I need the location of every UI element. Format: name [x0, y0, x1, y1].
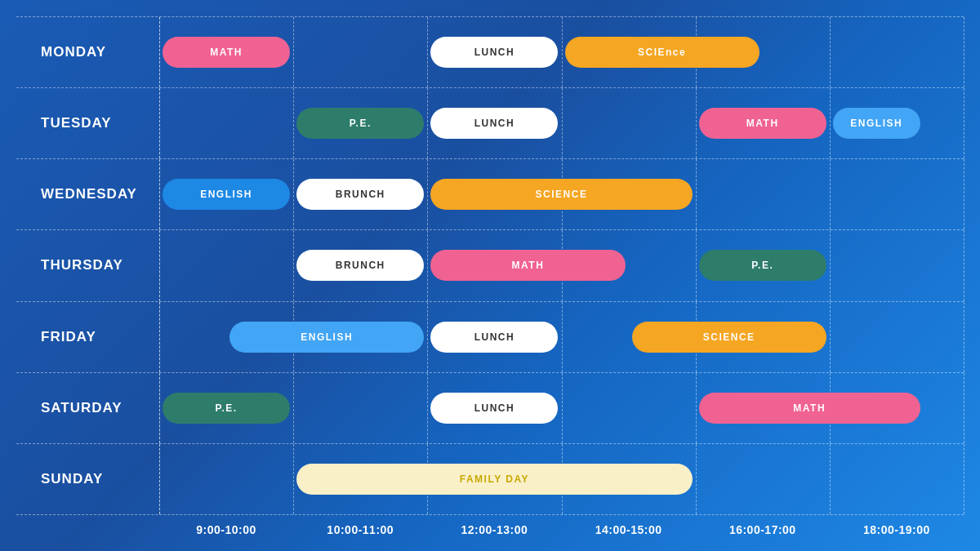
event-bar: BRUNCH — [296, 179, 424, 210]
event-bar: MATH — [163, 37, 290, 68]
time-label: 14:00-15:00 — [562, 523, 696, 536]
day-label: SATURDAY — [16, 400, 159, 416]
event-bar: ENGLISH — [229, 322, 424, 353]
event-bar: SCIENCE — [632, 322, 826, 353]
day-timeline: ENGLISHLUNCHSCIENCE — [159, 302, 964, 372]
day-label: SUNDAY — [16, 471, 159, 487]
day-label: FRIDAY — [16, 329, 159, 345]
day-row: SATURDAYP.E.LUNCHMATH — [16, 373, 964, 444]
event-bar: BRUNCH — [296, 250, 424, 281]
event-bar: MATH — [699, 108, 826, 139]
grid-area: MONDAYMATHLUNCHSCIEnceTUESDAYP.E.LUNCHMA… — [16, 16, 964, 515]
event-bar: ENGLISH — [163, 179, 290, 210]
day-row: WEDNESDAYENGLISHBRUNCHSCIENCE — [16, 159, 964, 230]
day-timeline: P.E.LUNCHMATH — [159, 373, 964, 443]
day-label: WEDNESDAY — [16, 186, 159, 202]
event-bar: MATH — [699, 393, 920, 424]
time-label: 16:00-17:00 — [696, 523, 830, 536]
day-timeline: BRUNCHMATHP.E. — [159, 230, 964, 300]
event-bar: SCIENCE — [430, 179, 692, 210]
day-timeline: P.E.LUNCHMATHENGLISH — [159, 88, 964, 158]
time-label: 12:00-13:00 — [427, 523, 561, 536]
event-bar: MATH — [430, 250, 625, 281]
day-row: FRIDAYENGLISHLUNCHSCIENCE — [16, 302, 964, 373]
time-axis: 9:00-10:0010:00-11:0012:00-13:0014:00-15… — [16, 515, 964, 543]
event-bar: ENGLISH — [833, 108, 920, 139]
event-bar: LUNCH — [430, 108, 558, 139]
day-label: THURSDAY — [16, 257, 159, 273]
schedule-container: MONDAYMATHLUNCHSCIEnceTUESDAYP.E.LUNCHMA… — [0, 0, 980, 551]
event-bar: LUNCH — [430, 37, 558, 68]
day-label: TUESDAY — [16, 115, 159, 131]
day-timeline: ENGLISHBRUNCHSCIENCE — [159, 159, 964, 229]
event-bar: P.E. — [296, 108, 424, 139]
event-bar: P.E. — [699, 250, 826, 281]
day-row: THURSDAYBRUNCHMATHP.E. — [16, 230, 964, 301]
event-bar: LUNCH — [430, 322, 558, 353]
day-timeline: MATHLUNCHSCIEnce — [159, 17, 964, 87]
time-label: 9:00-10:00 — [159, 523, 293, 536]
day-label: MONDAY — [16, 44, 159, 60]
day-timeline: FAMILY DAY — [159, 444, 964, 514]
event-bar: FAMILY DAY — [296, 464, 693, 495]
day-row: SUNDAYFAMILY DAY — [16, 444, 964, 515]
event-bar: LUNCH — [430, 393, 558, 424]
time-label: 18:00-19:00 — [830, 523, 964, 536]
event-bar: SCIEnce — [565, 37, 760, 68]
day-row: MONDAYMATHLUNCHSCIEnce — [16, 16, 964, 88]
time-label: 10:00-11:00 — [293, 523, 427, 536]
day-row: TUESDAYP.E.LUNCHMATHENGLISH — [16, 88, 964, 159]
event-bar: P.E. — [163, 393, 290, 424]
